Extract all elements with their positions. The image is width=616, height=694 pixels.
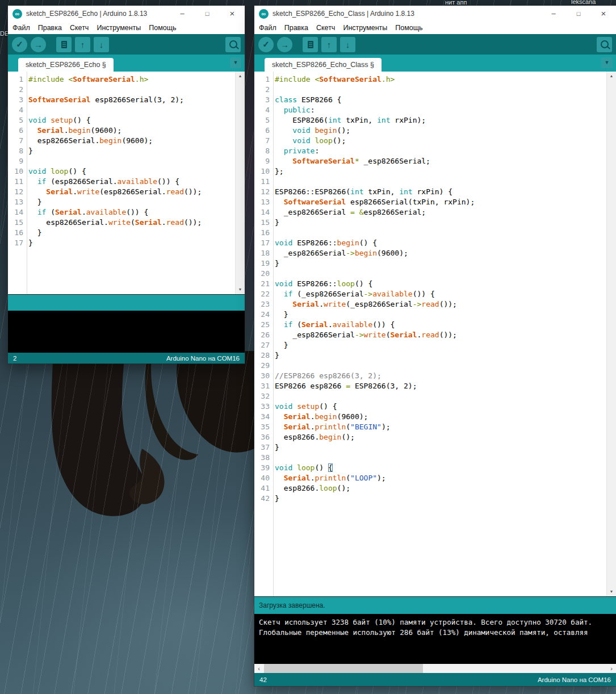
code-area: 1#include <SoftwareSerial.h>23class ESP8… (254, 74, 607, 504)
console-horizontal-scrollbar[interactable]: ‹ › (254, 664, 616, 673)
menu-item[interactable]: Скетч (70, 24, 89, 32)
editor-vertical-scrollbar[interactable]: ▲ ▼ (235, 72, 245, 294)
menu-item[interactable]: Файл (259, 24, 276, 32)
line-number: 26 (254, 330, 273, 340)
magnifier-icon (601, 40, 609, 48)
line-number: 2 (254, 85, 273, 95)
code-line: 29 (254, 361, 607, 371)
code-line: 26 _esp8266Serial->write(Serial.read()); (254, 330, 607, 340)
document-icon (308, 41, 313, 48)
titlebar[interactable]: ∞ sketch_ESP8266_Echo | Arduino 1.8.13 –… (8, 6, 245, 22)
tab-menu-button[interactable]: ▼ (230, 57, 241, 68)
scroll-up-arrow[interactable]: ▲ (607, 72, 616, 80)
line-number: 9 (254, 156, 273, 166)
scrollbar-thumb[interactable] (264, 664, 423, 673)
code-line: 7 void loop(); (254, 136, 607, 146)
minimize-button[interactable]: – (541, 6, 566, 22)
line-number: 35 (254, 422, 273, 432)
scroll-left-arrow[interactable]: ‹ (254, 664, 263, 673)
console-output-line: Глобальные переменные используют 286 бай… (259, 628, 611, 638)
close-button[interactable]: × (591, 6, 616, 22)
scroll-down-arrow[interactable]: ▼ (236, 286, 245, 294)
code-line: 8 private: (254, 146, 607, 156)
line-number: 28 (254, 350, 273, 361)
menu-item[interactable]: Помощь (395, 24, 422, 32)
code-line: 11 if (esp8266Serial.available()) { (8, 177, 236, 187)
menu-item[interactable]: Скетч (316, 24, 335, 32)
code-editor[interactable]: 1#include <SoftwareSerial.h>23class ESP8… (254, 72, 616, 596)
line-number: 5 (8, 115, 27, 126)
upload-button[interactable]: → (31, 37, 46, 52)
desktop: DE нит апп lekscana ∞ sketch_ESP8266_Ech… (0, 0, 616, 694)
line-number: 31 (254, 381, 273, 391)
sketch-tab[interactable]: sketch_ESP8266_Echo_Class § (265, 58, 382, 72)
code-line: 23 Serial.write(_esp8266Serial->read()); (254, 299, 607, 310)
code-editor[interactable]: 1#include <SoftwareSerial.h>23SoftwareSe… (8, 72, 245, 294)
code-line: 14 _esp8266Serial = &esp8266Serial; (254, 207, 607, 218)
save-button[interactable]: ↓ (340, 37, 355, 52)
serial-monitor-button[interactable] (225, 37, 241, 52)
code-line: 14 if (Serial.available()) { (8, 207, 236, 218)
code-line: 12 Serial.write(esp8266Serial.read()); (8, 187, 236, 197)
code-line: 2 (8, 85, 236, 95)
sketch-tab[interactable]: sketch_ESP8266_Echo § (18, 58, 114, 72)
line-number: 21 (254, 279, 273, 289)
code-line: 4 (8, 105, 236, 115)
menu-item[interactable]: Инструменты (343, 24, 387, 32)
menu-item[interactable]: Инструменты (97, 24, 141, 32)
line-number: 7 (254, 136, 273, 146)
upload-button[interactable]: → (277, 37, 292, 52)
line-number: 8 (254, 146, 273, 156)
open-button[interactable]: ↑ (321, 37, 337, 52)
maximize-button[interactable]: □ (566, 6, 591, 22)
code-line: 2 (254, 85, 607, 95)
desktop-icon-label[interactable]: lekscana (571, 0, 596, 5)
line-number: 23 (254, 299, 273, 310)
maximize-button[interactable]: □ (195, 6, 220, 22)
toolbar: ✓ → ↑ ↓ (254, 34, 616, 55)
code-line: 40 Serial.println("LOOP"); (254, 473, 607, 483)
line-number: 2 (8, 85, 27, 95)
code-line: 37} (254, 442, 607, 453)
code-line: 30//ESP8266 esp8266(3, 2); (254, 371, 607, 381)
line-number: 15 (8, 218, 27, 228)
scroll-down-arrow[interactable]: ▼ (607, 588, 616, 596)
line-number: 24 (254, 310, 273, 320)
code-line: 13 SoftwareSerial esp8266Serial(txPin, r… (254, 197, 607, 207)
line-number: 14 (8, 207, 27, 218)
code-line: 10}; (254, 166, 607, 177)
open-button[interactable]: ↑ (75, 37, 90, 52)
scroll-right-arrow[interactable]: › (607, 664, 616, 673)
line-number: 13 (8, 197, 27, 207)
code-line: 1#include <SoftwareSerial.h> (8, 74, 236, 85)
line-number: 30 (254, 371, 273, 381)
line-number: 11 (8, 177, 27, 187)
code-line: 5 ESP8266(int txPin, int rxPin); (254, 115, 607, 126)
scroll-up-arrow[interactable]: ▲ (236, 72, 245, 80)
menu-item[interactable]: Файл (12, 24, 30, 32)
save-button[interactable]: ↓ (94, 37, 109, 52)
code-line: 9 SoftwareSerial* _esp8266Serial; (254, 156, 607, 166)
current-line-indicator: 2 (13, 355, 16, 362)
titlebar[interactable]: ∞ sketch_ESP8266_Echo_Class | Arduino 1.… (254, 6, 616, 22)
code-line: 7 esp8266Serial.begin(9600); (8, 136, 236, 146)
menu-item[interactable]: Правка (284, 24, 308, 32)
new-sketch-button[interactable] (56, 37, 72, 52)
desktop-icon-label[interactable]: нит апп (445, 0, 467, 6)
menu-item[interactable]: Правка (38, 24, 62, 32)
tab-menu-button[interactable]: ▼ (601, 57, 613, 68)
close-button[interactable]: × (220, 6, 245, 22)
code-line: 3class ESP8266 { (254, 95, 607, 105)
new-sketch-button[interactable] (303, 37, 318, 52)
code-line: 1#include <SoftwareSerial.h> (254, 74, 607, 85)
editor-vertical-scrollbar[interactable]: ▲ ▼ (606, 72, 616, 596)
minimize-button[interactable]: – (170, 6, 195, 22)
code-line: 32 (254, 391, 607, 402)
serial-monitor-button[interactable] (597, 37, 612, 52)
verify-button[interactable]: ✓ (258, 37, 274, 52)
line-number: 7 (8, 136, 27, 146)
verify-button[interactable]: ✓ (12, 37, 27, 52)
menu-item[interactable]: Помощь (149, 24, 176, 32)
status-strip: Загрузка завершена. (254, 596, 616, 614)
desktop-icon-label[interactable]: DE (0, 30, 9, 37)
